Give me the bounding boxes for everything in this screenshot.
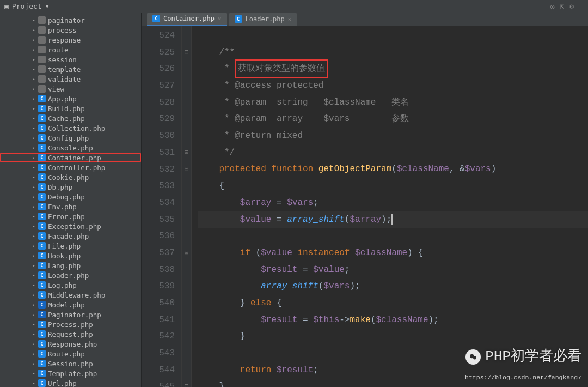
- fold-toggle-icon[interactable]: ⊟: [182, 144, 191, 161]
- tree-item[interactable]: ▸route: [0, 45, 141, 55]
- tree-item[interactable]: ▸CResponse.php: [0, 339, 141, 349]
- hide-icon[interactable]: —: [579, 2, 584, 10]
- line-number[interactable]: 524: [149, 27, 175, 44]
- tree-item[interactable]: ▸CHook.php: [0, 251, 141, 261]
- line-number[interactable]: 533: [149, 178, 175, 195]
- tree-item[interactable]: ▸CFile.php: [0, 241, 141, 251]
- tree-item-selected[interactable]: ▸CContainer.php: [0, 153, 141, 162]
- breakpoint-gutter[interactable]: [142, 26, 149, 387]
- code-line[interactable]: {: [198, 178, 588, 195]
- tree-item[interactable]: ▸CBuild.php: [0, 104, 141, 113]
- fold-toggle-icon[interactable]: ⊟: [182, 245, 191, 262]
- tree-item[interactable]: ▸CMiddleware.php: [0, 290, 141, 300]
- tree-item[interactable]: ▸validate: [0, 74, 141, 84]
- tree-item[interactable]: ▸CRequest.php: [0, 329, 141, 339]
- fold-gutter[interactable]: ⊟⊟⊟⊟⊟: [182, 26, 192, 387]
- tree-item[interactable]: ▸CSession.php: [0, 359, 141, 368]
- line-number[interactable]: 543: [149, 345, 175, 362]
- tree-item[interactable]: ▸paginator: [0, 15, 141, 25]
- tree-item[interactable]: ▸CConfig.php: [0, 133, 141, 143]
- tree-item[interactable]: ▸CController.php: [0, 162, 141, 172]
- code-line[interactable]: $array = $vars;: [198, 195, 588, 211]
- tree-item[interactable]: ▸CApp.php: [0, 94, 141, 104]
- tree-item[interactable]: ▸CRoute.php: [0, 349, 141, 359]
- tree-item[interactable]: ▸CEnv.php: [0, 202, 141, 211]
- line-number[interactable]: 538: [149, 262, 175, 279]
- editor-tab[interactable]: CLoader.php×: [229, 13, 297, 26]
- code-line[interactable]: * @return mixed: [198, 128, 588, 144]
- code-line[interactable]: * @access protected: [198, 77, 588, 94]
- line-number[interactable]: 527: [149, 77, 175, 94]
- line-number[interactable]: 532: [149, 161, 175, 178]
- tree-item[interactable]: ▸CProcess.php: [0, 319, 141, 329]
- chevron-right-icon: ▸: [32, 184, 36, 190]
- tree-item[interactable]: ▸view: [0, 84, 141, 94]
- code-line[interactable]: } else {: [198, 295, 588, 312]
- code-line[interactable]: * @param array $vars 参数: [198, 111, 588, 128]
- line-number[interactable]: 528: [149, 94, 175, 111]
- tree-item[interactable]: ▸CPaginator.php: [0, 310, 141, 319]
- code-line[interactable]: [198, 27, 588, 44]
- code-line[interactable]: * @param string $className 类名: [198, 94, 588, 111]
- project-tree[interactable]: ▸paginator▸process▸response▸route▸sessio…: [0, 13, 141, 387]
- tree-item[interactable]: ▸CError.php: [0, 211, 141, 221]
- code-line[interactable]: [198, 228, 588, 245]
- tree-item[interactable]: ▸CException.php: [0, 221, 141, 231]
- editor-tab[interactable]: CContainer.php×: [147, 13, 227, 26]
- fold-toggle-icon[interactable]: ⊟: [182, 44, 191, 61]
- tree-item[interactable]: ▸CDebug.php: [0, 192, 141, 202]
- code-line[interactable]: */: [198, 144, 588, 161]
- close-icon[interactable]: ×: [218, 15, 222, 22]
- collapse-all-icon[interactable]: ⇱: [560, 2, 565, 10]
- line-number[interactable]: 542: [149, 328, 175, 345]
- line-number[interactable]: 539: [149, 278, 175, 295]
- tree-item[interactable]: ▸CLoader.php: [0, 270, 141, 280]
- tree-item[interactable]: ▸CUrl.php: [0, 378, 141, 387]
- line-number[interactable]: 534: [149, 195, 175, 211]
- line-number-gutter[interactable]: 5245255265275285295305315325335345355365…: [149, 26, 182, 387]
- line-number[interactable]: 535: [149, 211, 175, 228]
- tree-item[interactable]: ▸CDb.php: [0, 182, 141, 192]
- target-icon[interactable]: ◎: [550, 2, 555, 10]
- fold-toggle-icon[interactable]: ⊟: [182, 378, 191, 387]
- tree-item[interactable]: ▸session: [0, 55, 141, 64]
- line-number[interactable]: 540: [149, 295, 175, 312]
- tree-item[interactable]: ▸process: [0, 25, 141, 35]
- tree-item[interactable]: ▸response: [0, 35, 141, 45]
- tree-item[interactable]: ▸CModel.php: [0, 300, 141, 310]
- line-number[interactable]: 536: [149, 228, 175, 245]
- line-number[interactable]: 526: [149, 61, 175, 77]
- tree-item[interactable]: ▸CLog.php: [0, 280, 141, 290]
- code-line[interactable]: $result = $value;: [198, 262, 588, 279]
- line-number[interactable]: 545: [149, 378, 175, 387]
- code-line[interactable]: /**: [198, 44, 588, 61]
- project-tool-window-label[interactable]: ▣ Project ▾: [0, 2, 53, 10]
- line-number[interactable]: 544: [149, 362, 175, 379]
- gear-icon[interactable]: ⚙: [569, 2, 574, 10]
- line-number[interactable]: 537: [149, 245, 175, 262]
- fold-toggle-icon[interactable]: ⊟: [182, 161, 191, 178]
- code-line[interactable]: if ($value instanceof $className) {: [198, 245, 588, 262]
- close-icon[interactable]: ×: [288, 16, 292, 23]
- tree-item[interactable]: ▸CCollection.php: [0, 123, 141, 133]
- tree-item[interactable]: ▸CTemplate.php: [0, 368, 141, 378]
- code-line[interactable]: }: [198, 328, 588, 345]
- code-area[interactable]: /** * 获取对象类型的参数值 * @access protected * @…: [192, 26, 588, 387]
- code-line[interactable]: $result = $this->make($className);: [198, 312, 588, 329]
- line-number[interactable]: 525: [149, 44, 175, 61]
- tree-item[interactable]: ▸CCache.php: [0, 113, 141, 123]
- code-line[interactable]: $value = array_shift($array);: [198, 211, 588, 228]
- tree-item[interactable]: ▸template: [0, 64, 141, 74]
- tree-item[interactable]: ▸CConsole.php: [0, 143, 141, 153]
- tree-item[interactable]: ▸CLang.php: [0, 261, 141, 270]
- tree-item[interactable]: ▸CCookie.php: [0, 172, 141, 182]
- line-number[interactable]: 529: [149, 111, 175, 128]
- code-editor[interactable]: 5245255265275285295305315325335345355365…: [142, 26, 588, 387]
- line-number[interactable]: 531: [149, 144, 175, 161]
- tree-item[interactable]: ▸CFacade.php: [0, 231, 141, 241]
- line-number[interactable]: 530: [149, 128, 175, 144]
- code-line[interactable]: array_shift($vars);: [198, 278, 588, 295]
- code-line[interactable]: * 获取对象类型的参数值: [198, 61, 588, 77]
- line-number[interactable]: 541: [149, 312, 175, 329]
- code-line[interactable]: protected function getObjectParam($class…: [198, 161, 588, 178]
